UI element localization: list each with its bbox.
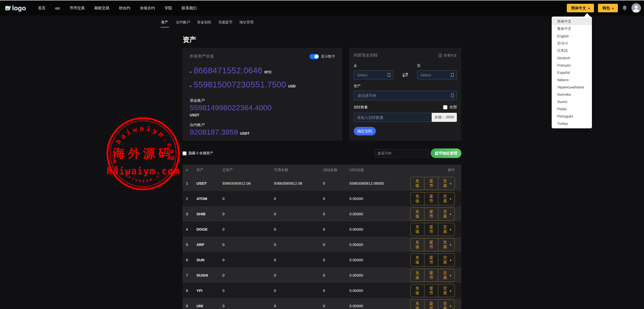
cell-frozen: 0 [323, 273, 349, 277]
trade-button[interactable]: 交易 [438, 177, 455, 190]
view-history-label: 查看历史 [444, 53, 457, 58]
language-option[interactable]: Turkey [552, 120, 592, 127]
nav-item[interactable]: 联系我们 [182, 6, 197, 11]
withdraw-button[interactable]: 提币 [424, 223, 438, 236]
trade-button[interactable]: 交易 [438, 284, 455, 297]
transfer-all-label: 全部 [449, 105, 457, 110]
language-option[interactable]: Español [552, 69, 592, 76]
search-coin-input[interactable] [375, 149, 429, 158]
trade-button[interactable]: 交易 [438, 208, 455, 220]
dropdown-pointer-icon [584, 13, 590, 17]
language-option[interactable]: Deutsch [552, 54, 592, 62]
user-avatar[interactable] [631, 3, 641, 13]
view-history-link[interactable]: 查看历史 [438, 53, 457, 58]
cell-index: 4 [183, 227, 196, 231]
withdraw-button[interactable]: 提币 [424, 208, 438, 220]
nav-item[interactable]: 首页 [38, 6, 46, 11]
trade-button[interactable]: 交易 [438, 223, 455, 236]
subnav-tab[interactable]: 合约账户 [176, 20, 190, 28]
subnav-tab[interactable]: 地址管理 [239, 20, 254, 28]
nav-item[interactable]: 秒合约 [119, 6, 130, 11]
language-option[interactable]: 日本語 [552, 47, 592, 54]
language-option-label: УкраїнськаName [557, 85, 584, 89]
deposit-button[interactable]: 充值 [411, 269, 424, 282]
deposit-button[interactable]: 充值 [411, 223, 424, 236]
transfer-panel: 内部资金划转 查看历史 从 Select [349, 48, 461, 141]
trade-button[interactable]: 交易 [438, 300, 455, 309]
caret-down-icon [450, 242, 451, 247]
withdraw-button[interactable]: 提币 [424, 177, 438, 190]
withdraw-button[interactable]: 提币 [424, 300, 438, 309]
cell-available: 0 [274, 288, 323, 293]
caret-down-icon [450, 227, 451, 231]
subnav-tab[interactable]: 充值提币 [218, 20, 232, 28]
withdraw-button[interactable]: 提币 [424, 192, 438, 205]
withdraw-button[interactable]: 提币 [424, 284, 438, 297]
withdraw-button[interactable]: 提币 [424, 254, 438, 266]
wallet-button[interactable]: 钱包 [598, 4, 618, 12]
amount-input[interactable] [354, 113, 432, 122]
deposit-button[interactable]: 充值 [411, 177, 424, 190]
trade-button[interactable]: 交易 [438, 269, 455, 282]
trade-button[interactable]: 交易 [438, 192, 455, 205]
asset-select-input[interactable] [357, 93, 451, 98]
withdraw-button[interactable]: 提币 [424, 238, 438, 251]
language-option[interactable]: English [552, 32, 592, 40]
notification-bell-icon[interactable] [622, 5, 627, 11]
language-option[interactable]: 繁体中文 [552, 25, 592, 32]
withdraw-address-button[interactable]: 提币地址管理 [431, 148, 461, 158]
col-usd: USD估值 [349, 168, 410, 172]
withdraw-button[interactable]: 提币 [424, 269, 438, 282]
language-option[interactable]: Polski [552, 105, 592, 113]
confirm-transfer-button[interactable]: 确定划转 [354, 127, 376, 135]
nav-item[interactable]: 币币交易 [70, 6, 85, 11]
nav-item[interactable]: 期权交易 [94, 6, 109, 11]
language-option[interactable]: 简体中文 [552, 18, 592, 25]
subnav-tab-label: 资产 [161, 20, 168, 24]
language-option-label: 한국어 [557, 41, 568, 46]
cell-frozen: 0 [323, 242, 349, 247]
subnav-tab-label: 合约账户 [176, 20, 190, 24]
show-numbers-toggle[interactable] [309, 54, 319, 59]
language-option[interactable]: Italiano [552, 76, 592, 83]
language-option[interactable]: Français [552, 62, 592, 69]
clock-icon [438, 54, 442, 58]
language-button[interactable]: 简体中文 [567, 4, 594, 12]
deposit-button[interactable]: 充值 [411, 208, 424, 220]
deposit-button[interactable]: 充值 [411, 192, 424, 205]
nav-item[interactable]: otc [55, 6, 60, 10]
deposit-button[interactable]: 充值 [411, 300, 424, 309]
to-select[interactable]: Select [417, 70, 457, 79]
language-option[interactable]: УкраїнськаName [552, 83, 592, 91]
table-row: 7 SUSHI 0 0 0 0.00000 充值 提币 交易 [183, 268, 461, 283]
deposit-button[interactable]: 充值 [411, 254, 424, 266]
cell-available: 0 [274, 212, 323, 216]
approx-symbol: ≈ [190, 81, 192, 92]
select-glyph-icon [451, 73, 454, 77]
col-available: 可用余额 [274, 168, 323, 172]
asset-select[interactable] [354, 91, 457, 100]
active-tab-underline [160, 27, 169, 28]
hide-zero-checkbox[interactable]: 隐藏 0 余额资产 [183, 151, 214, 156]
language-option[interactable]: Svenska [552, 91, 592, 98]
language-option[interactable]: Suomi [552, 98, 592, 105]
row-actions: 充值 提币 交易 [410, 192, 455, 205]
caret-down-icon [450, 288, 451, 293]
cell-asset: ATOM [196, 196, 222, 201]
subnav-tab[interactable]: 资金划转 [197, 20, 211, 28]
deposit-button[interactable]: 充值 [411, 284, 424, 297]
nav-item[interactable]: 学院 [165, 6, 172, 11]
trade-button[interactable]: 交易 [438, 238, 455, 251]
language-option[interactable]: Português [552, 113, 592, 120]
deposit-button[interactable]: 充值 [411, 238, 424, 251]
transfer-all-checkbox[interactable]: 全部 [443, 105, 457, 110]
logo[interactable]: logo [5, 5, 26, 11]
trade-button[interactable]: 交易 [438, 254, 455, 266]
language-option[interactable]: 한국어 [552, 40, 592, 47]
from-select[interactable]: Select [354, 70, 393, 79]
nav-item[interactable]: 永续合约 [140, 6, 155, 11]
language-option-label: Suomi [557, 100, 567, 104]
table-row: 3 SHIB 0 0 0 0.00000 充值 提币 交易 [183, 206, 461, 222]
swap-direction-icon[interactable] [401, 72, 409, 78]
subnav-tab[interactable]: 资产 [160, 20, 169, 28]
